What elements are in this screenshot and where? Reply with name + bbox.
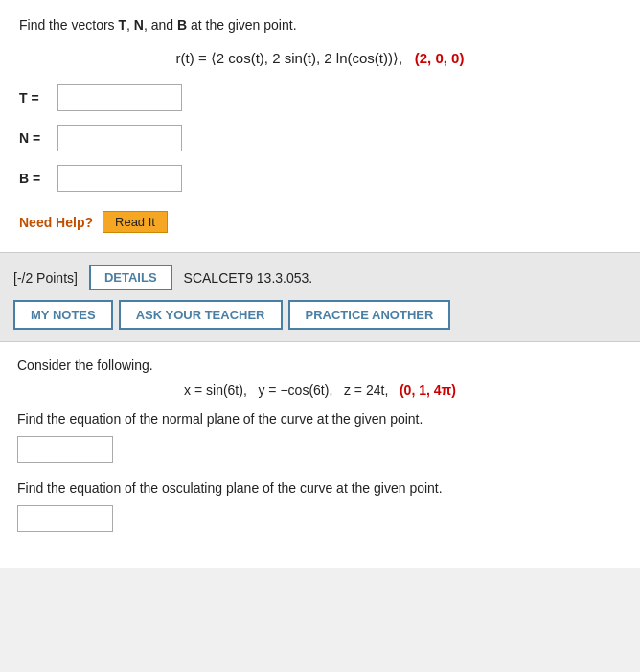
ask-teacher-button[interactable]: ASK YOUR TEACHER <box>119 300 283 330</box>
T-input[interactable] <box>57 84 182 111</box>
bottom-section: [-/2 Points] DETAILS SCALCET9 13.3.053. … <box>0 253 640 568</box>
formula-point: (2, 0, 0) <box>406 50 464 66</box>
x-equation: x = sin(6t), <box>184 382 255 398</box>
T-label: T = <box>19 90 57 105</box>
points-label: [-/2 Points] <box>13 270 78 286</box>
find-osculating-text: Find the equation of the osculating plan… <box>17 480 623 496</box>
problem-id: SCALCET9 13.3.053. <box>184 270 313 286</box>
point-value: (0, 1, 4π) <box>400 382 456 398</box>
N-label: N = <box>19 130 57 146</box>
my-notes-button[interactable]: MY NOTES <box>13 300 113 330</box>
N-row: N = <box>19 125 621 151</box>
need-help-row: Need Help? Read It <box>19 211 621 233</box>
consider-text: Consider the following. <box>17 358 623 373</box>
normal-plane-input[interactable] <box>17 436 113 463</box>
formula-prefix: r(t) = ⟨2 cos(t), 2 sin(t), 2 ln(cos(t))… <box>176 50 403 66</box>
osculating-plane-input[interactable] <box>17 505 113 532</box>
find-normal-text: Find the equation of the normal plane of… <box>17 411 623 427</box>
content-area: Consider the following. x = sin(6t), y =… <box>0 341 640 568</box>
read-it-button[interactable]: Read It <box>103 211 168 233</box>
practice-another-button[interactable]: PRACTICE ANOTHER <box>288 300 451 330</box>
B-input[interactable] <box>57 165 182 192</box>
y-equation: y = −cos(6t), <box>258 382 340 398</box>
B-row: B = <box>19 165 621 192</box>
T-row: T = <box>19 84 621 111</box>
top-section: Find the vectors T, N, and B at the give… <box>0 0 640 253</box>
need-help-label: Need Help? <box>19 215 93 230</box>
details-button[interactable]: DETAILS <box>89 265 172 290</box>
action-bar: MY NOTES ASK YOUR TEACHER PRACTICE ANOTH… <box>0 300 640 341</box>
formula-display: r(t) = ⟨2 cos(t), 2 sin(t), 2 ln(cos(t))… <box>19 50 621 67</box>
math-equations-line: x = sin(6t), y = −cos(6t), z = 24t, (0, … <box>17 382 623 398</box>
z-equation: z = 24t, <box>344 382 396 398</box>
points-bar: [-/2 Points] DETAILS SCALCET9 13.3.053. <box>0 253 640 300</box>
problem-statement: Find the vectors T, N, and B at the give… <box>19 17 621 33</box>
N-input[interactable] <box>57 125 182 151</box>
B-label: B = <box>19 171 57 186</box>
